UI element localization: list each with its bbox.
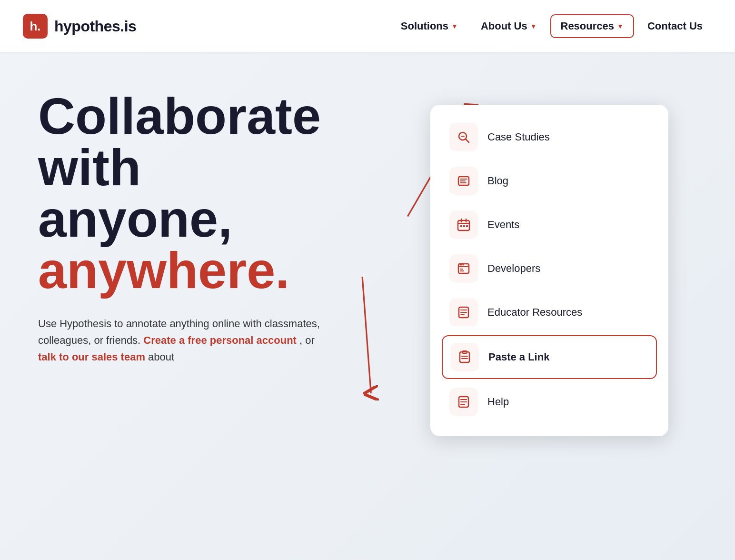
- case-studies-icon-wrap: [449, 123, 478, 151]
- svg-line-1: [466, 139, 469, 142]
- blog-icon: [457, 174, 471, 188]
- chevron-down-icon: ▼: [451, 22, 458, 30]
- nav-about-label: About Us: [481, 20, 527, 32]
- paste-link-icon-wrap: [450, 343, 479, 371]
- logo-letter: h.: [30, 19, 40, 34]
- blog-icon-wrap: [449, 167, 478, 195]
- nav-resources-label: Resources: [561, 20, 615, 32]
- help-label: Help: [487, 396, 509, 408]
- hero-line4: anywhere.: [38, 245, 333, 296]
- svg-line-34: [362, 277, 371, 393]
- hero-title: Collaborate with anyone, anywhere.: [38, 90, 333, 296]
- calendar-icon: [457, 218, 471, 232]
- case-studies-label: Case Studies: [487, 131, 550, 143]
- svg-rect-11: [460, 225, 462, 227]
- paste-link-icon: [457, 350, 472, 364]
- logo-area[interactable]: h. hypothes.is: [23, 14, 136, 39]
- dropdown-item-blog[interactable]: Blog: [442, 160, 657, 202]
- nav-item-solutions[interactable]: Solutions ▼: [391, 15, 467, 37]
- hero-create-account-link[interactable]: Create a free personal account: [143, 334, 297, 346]
- hero-line2: with: [38, 142, 333, 193]
- dropdown-item-events[interactable]: Events: [442, 204, 657, 246]
- nav-item-resources[interactable]: Resources ▼: [550, 14, 634, 38]
- blog-label: Blog: [487, 175, 508, 187]
- help-icon: [457, 395, 471, 409]
- events-label: Events: [487, 219, 519, 231]
- help-icon-wrap: [449, 388, 478, 416]
- developers-icon: [457, 261, 471, 276]
- nav-item-contact[interactable]: Contact Us: [638, 15, 712, 37]
- hero-subtitle-end: about: [148, 351, 174, 363]
- logo-icon: h.: [23, 14, 48, 39]
- navbar: h. hypothes.is Solutions ▼ About Us ▼ Re…: [0, 0, 735, 52]
- hero-line1: Collaborate: [38, 90, 333, 142]
- educator-icon-wrap: [449, 298, 478, 327]
- dropdown-item-paste-a-link[interactable]: Paste a Link: [442, 335, 657, 379]
- hero-line3: anyone,: [38, 193, 333, 245]
- svg-rect-13: [466, 225, 468, 227]
- chevron-down-icon: ▼: [617, 22, 624, 30]
- educator-icon: [457, 305, 471, 320]
- dropdown-item-help[interactable]: Help: [442, 381, 657, 423]
- dropdown-item-developers[interactable]: Developers: [442, 248, 657, 290]
- paste-a-link-label: Paste a Link: [488, 351, 549, 363]
- search-icon: [457, 130, 471, 144]
- nav-links: Solutions ▼ About Us ▼ Resources ▼ Conta…: [391, 14, 712, 38]
- hero-subtitle-mid: , or: [299, 334, 315, 346]
- dropdown-menu: Case Studies Blog: [430, 105, 668, 436]
- hero-subtitle: Use Hypothesis to annotate anything onli…: [38, 315, 324, 366]
- developers-icon-wrap: [449, 254, 478, 283]
- dropdown-item-educator-resources[interactable]: Educator Resources: [442, 291, 657, 333]
- developers-label: Developers: [487, 262, 540, 275]
- educator-resources-label: Educator Resources: [487, 306, 582, 319]
- dropdown-item-case-studies[interactable]: Case Studies: [442, 116, 657, 158]
- hero-section: Collaborate with anyone, anywhere. Use H…: [0, 52, 735, 560]
- chevron-down-icon: ▼: [530, 22, 537, 30]
- hero-text: Collaborate with anyone, anywhere. Use H…: [38, 90, 333, 366]
- hero-sales-link[interactable]: talk to our sales team: [38, 351, 145, 363]
- nav-solutions-label: Solutions: [401, 20, 448, 32]
- nav-item-about[interactable]: About Us ▼: [471, 15, 546, 37]
- resources-dropdown: Case Studies Blog: [430, 105, 668, 436]
- svg-rect-12: [463, 225, 465, 227]
- logo-text: hypothes.is: [54, 18, 136, 35]
- nav-contact-label: Contact Us: [647, 20, 703, 32]
- events-icon-wrap: [449, 210, 478, 239]
